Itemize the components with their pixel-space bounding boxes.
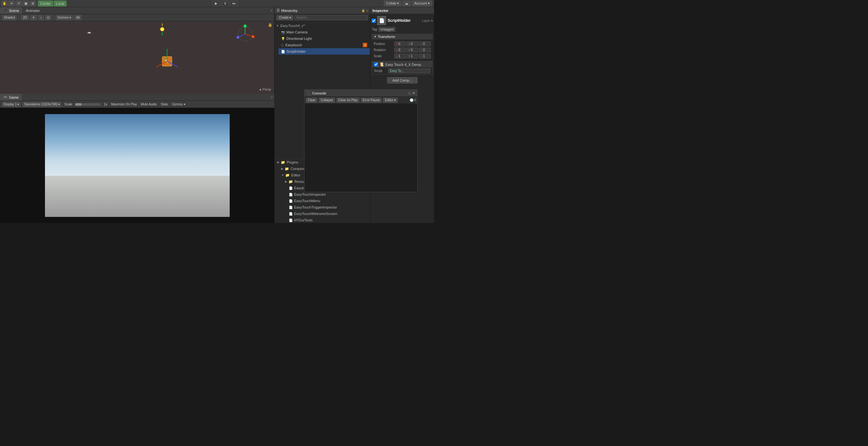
add-component-button[interactable]: Add Comp...	[387, 77, 417, 84]
center-toggle[interactable]: Center	[38, 1, 53, 6]
maximize-on-play-btn[interactable]: Maximize On Play	[110, 102, 138, 106]
position-z-value: 0	[423, 42, 425, 46]
position-y-value: 0	[411, 42, 413, 46]
file-easytouch-menu[interactable]: 📄 EasyTouchMenu	[275, 198, 370, 204]
create-btn[interactable]: Create ▾	[277, 15, 293, 20]
scene-selected-object[interactable]: ✎	[154, 49, 180, 75]
audio-toggle[interactable]: ♪	[38, 15, 44, 20]
scene-root-item[interactable]: ▼ EasyTouch4_x*	[275, 23, 370, 29]
scale-value: X 1 Y 1 Z 1	[394, 54, 431, 58]
console-error-pause-btn[interactable]: Error Pause	[361, 98, 382, 103]
rotation-x-field[interactable]: X 0	[394, 48, 406, 52]
scene-tab[interactable]: ⬛ Scene	[0, 7, 23, 14]
plugins-folder-icon: 📁	[281, 160, 285, 165]
move-tool[interactable]: ✛	[8, 1, 15, 6]
console-clear-btn[interactable]: Clear	[306, 98, 317, 103]
hierarchy-item-main-camera[interactable]: 📷 Main Camera	[279, 29, 370, 35]
scene-tab-icon: ⬛	[3, 8, 8, 12]
console-minimize-btn[interactable]: □	[409, 91, 411, 95]
easytouch-trigger-label: EasyTouchTriggerInspector	[294, 205, 337, 209]
top-toolbar: ✋ ✛ ↺ ▣ ⊞ Center Local ▶ ⏸ ⏭ Collab ▾ ☁ …	[0, 0, 434, 7]
mute-audio-btn[interactable]: Mute Audio	[140, 102, 158, 106]
pivot-toggle[interactable]: Local	[54, 1, 66, 6]
collab-button[interactable]: Collab ▾	[384, 1, 401, 6]
hierarchy-lock-btn[interactable]: 🔒	[362, 9, 365, 12]
rotate-tool[interactable]: ↺	[16, 1, 22, 6]
cloud-button[interactable]: ☁	[403, 1, 410, 6]
tag-dropdown[interactable]: Untagged	[378, 27, 396, 32]
console-editor-dropdown[interactable]: Editor ▾	[383, 98, 398, 103]
rect-tool[interactable]: ▣	[23, 1, 29, 6]
lighting-toggle[interactable]: ☀	[30, 15, 37, 20]
game-panel: 🎮 Game ≡ Display 1 ▾ Standalone (1024x76…	[0, 94, 274, 223]
position-z-field[interactable]: Z 0	[419, 41, 431, 46]
display-dropdown[interactable]: Display 1 ▾	[2, 102, 21, 107]
script-active-checkbox[interactable]	[374, 62, 378, 66]
position-x-field[interactable]: X 0	[394, 41, 406, 46]
scale-slider-fill	[75, 103, 82, 106]
console-count: 🕐 0	[410, 98, 416, 102]
position-y-field[interactable]: Y 0	[407, 41, 418, 46]
game-gizmos-dropdown[interactable]: Gizmos ▾	[171, 102, 186, 106]
script-field-value[interactable]: Easy To...	[388, 68, 431, 73]
rotation-row: Rotation X 0 Y 0 Z 0	[372, 47, 433, 53]
plugins-arrow: ▶	[277, 161, 279, 164]
hand-tool[interactable]: ✋	[1, 1, 8, 6]
hierarchy-item-directional-light[interactable]: 💡 Directional Light	[279, 35, 370, 42]
layer-dropdown[interactable]: Layer ▾	[422, 19, 433, 23]
sz-label: Z	[421, 55, 423, 58]
hierarchy-item-easytouch[interactable]: ⬡ Easytouch ⚙	[279, 42, 370, 48]
step-button[interactable]: ⏭	[230, 1, 238, 6]
transform-section-header[interactable]: ▼ Transform	[372, 34, 433, 39]
stats-btn[interactable]: Stats	[160, 102, 169, 106]
file-htguitools[interactable]: 📄 HTGuiTools	[275, 217, 370, 223]
all-dropdown[interactable]: All	[74, 15, 82, 20]
x-label: X	[396, 42, 398, 46]
account-button[interactable]: Account ▾	[412, 1, 432, 6]
sun-gizmo	[157, 23, 167, 36]
animator-tab[interactable]: Animator	[23, 7, 43, 14]
hierarchy-item-scriptholder[interactable]: 📄 ScriptHolder	[279, 48, 370, 55]
resolution-dropdown[interactable]: Standalone (1024x768) ▾	[23, 102, 61, 107]
console-clear-on-play-btn[interactable]: Clear on Play	[336, 98, 360, 103]
hierarchy-menu-btn[interactable]: ≡	[366, 9, 368, 12]
console-collapse-btn[interactable]: Collapse	[319, 98, 335, 103]
rotation-y-field[interactable]: Y 0	[407, 48, 418, 52]
file-easytouch-trigger[interactable]: 📄 EasyTouchTriggerInspector	[275, 204, 370, 210]
game-panel-menu[interactable]: ≡	[271, 96, 272, 99]
game-tab[interactable]: 🎮 Game	[0, 94, 22, 100]
play-button[interactable]: ▶	[212, 1, 220, 6]
gizmos-dropdown[interactable]: Gizmos ▾	[56, 15, 73, 20]
scene-panel: ⬛ Scene Animator ≡ Shaded 2D ☀ ♪ ⊡ Gizmo…	[0, 7, 274, 94]
console-title: Console	[312, 91, 326, 95]
easytouch-inspector-label: EasyTouchInspector	[294, 192, 326, 196]
scale-y-field[interactable]: Y 1	[407, 54, 418, 58]
console-close-btn[interactable]: ✕	[412, 91, 415, 95]
fx-toggle[interactable]: ⊡	[45, 15, 52, 20]
script-section-header[interactable]: 📜 Easy Touch 4_X Demp	[372, 61, 432, 67]
position-label: Position	[374, 42, 393, 46]
object-active-checkbox[interactable]	[372, 19, 376, 23]
scene-panel-menu[interactable]: ≡	[271, 9, 272, 12]
2d-toggle[interactable]: 2D	[21, 15, 29, 20]
hierarchy-search-input[interactable]	[294, 15, 368, 20]
scale-x-field[interactable]: X 1	[394, 54, 406, 58]
sky-gradient	[45, 114, 230, 181]
scene-viewport[interactable]: ☁ ✎	[0, 21, 274, 94]
custom-tool[interactable]: ⊞	[30, 1, 36, 6]
resources-folder-icon: 📁	[288, 180, 293, 184]
resources-arrow: ▶	[285, 180, 287, 183]
scale-z-field[interactable]: Z 1	[419, 54, 431, 58]
shading-dropdown[interactable]: Shaded	[2, 15, 17, 20]
htguitools-label: HTGuiTools	[294, 218, 312, 222]
file-easytouch-welcome[interactable]: 📄 EasyTouchWelcomeScreen	[275, 210, 370, 217]
inspector-dropdown: Layer ▾	[422, 19, 433, 23]
pause-button[interactable]: ⏸	[221, 1, 229, 6]
lock-icon[interactable]: 🔒	[268, 23, 272, 27]
scale-slider[interactable]	[75, 103, 101, 106]
file-easytouch-inspector[interactable]: 📄 EasyTouchInspector	[275, 191, 370, 198]
rotation-z-field[interactable]: Z 0	[419, 48, 431, 52]
console-content-area	[305, 104, 417, 192]
script-icon: 📄	[281, 50, 285, 53]
sx-label: X	[396, 55, 398, 58]
